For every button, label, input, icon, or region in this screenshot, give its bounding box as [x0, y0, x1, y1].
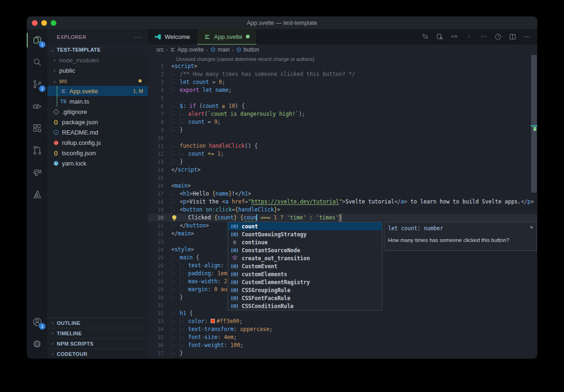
panel-header-codetour[interactable]: ›CODETOUR: [47, 348, 148, 359]
code-token: href: [232, 198, 245, 206]
compare-changes-button[interactable]: [419, 31, 431, 43]
code-line-6[interactable]: 6$: if (count ≥ 10) {: [148, 102, 537, 110]
activity-item-run-debug[interactable]: [27, 95, 47, 117]
code-line-20[interactable]: 20Clicked {count} {coun === 1 ? 'time' :…: [148, 214, 537, 222]
editor-scrollbar[interactable]: [531, 55, 537, 359]
activity-item-source-control[interactable]: 1: [27, 73, 47, 95]
code-line-19[interactable]: 19<button on:click={handleClick}>: [148, 206, 537, 214]
code-line-15[interactable]: 15: [148, 174, 537, 182]
code-line-2[interactable]: 2/** How many times has someone clicked …: [148, 70, 537, 78]
code-line-33[interactable]: 33color: #ff3e00;: [148, 317, 537, 325]
code-line-12[interactable]: 12count += 1;: [148, 150, 537, 158]
suggestion-item-customevent[interactable]: [@]CustomEvent: [228, 262, 382, 270]
breadcrumb-item-app-svelte[interactable]: App.svelte: [170, 46, 204, 53]
code-line-7[interactable]: 7alert(`count is dangerously high!`);: [148, 110, 537, 118]
breadcrumb-item-main[interactable]: main: [210, 46, 230, 53]
code-line-1[interactable]: 1<script>: [148, 62, 537, 70]
next-change-button[interactable]: [478, 31, 489, 43]
code-line-34[interactable]: 34text-transform: uppercase;: [148, 325, 537, 333]
code-token: </: [235, 190, 242, 198]
suggestion-item-cssgroupingrule[interactable]: [@]CSSGroupingRule: [228, 286, 382, 294]
code-line-4[interactable]: 4export let name;: [148, 86, 537, 94]
activity-item-live-share[interactable]: [27, 161, 47, 183]
line-number: 19: [148, 206, 168, 214]
code-token: https://svelte.dev/tutorial: [251, 198, 339, 206]
code-line-3[interactable]: 3let count = 0;: [148, 78, 537, 86]
tree-item-readme-md[interactable]: README.md: [47, 127, 148, 137]
suggestion-item-constantsourcenode[interactable]: [@]ConstantSourceNode: [228, 246, 382, 254]
tree-item-node-modules[interactable]: ›node_modules: [47, 55, 148, 65]
close-icon[interactable]: ✕: [530, 224, 533, 230]
split-editor-button[interactable]: [507, 31, 518, 43]
activity-item-search[interactable]: [27, 51, 47, 73]
code-line-17[interactable]: 17<h1>Hello {name}!</h1>: [148, 190, 537, 198]
heatmap-timer-button[interactable]: [492, 31, 503, 43]
suggestion-item-create_out_transition[interactable]: create_out_transition: [228, 254, 382, 262]
explorer-more-actions-button[interactable]: ···: [135, 33, 142, 40]
code-line-5[interactable]: 5: [148, 94, 537, 102]
code-line-16[interactable]: 16<main>: [148, 182, 537, 190]
tree-item-public[interactable]: ›public: [47, 65, 148, 75]
suggestion-item-customelements[interactable]: [@]customElements: [228, 270, 382, 278]
panel-header-outline[interactable]: ›OUTLINE: [47, 317, 148, 328]
code-line-11[interactable]: 11function handleClick() {: [148, 142, 537, 150]
code-line-36[interactable]: 36font-weight: 100;: [148, 341, 537, 349]
code-line-13[interactable]: 13}: [148, 158, 537, 166]
tab-app-svelte[interactable]: App.svelte: [197, 29, 257, 45]
activity-item-pull-requests[interactable]: [27, 139, 47, 161]
scrollbar-thumb[interactable]: [531, 55, 537, 193]
git-file-icon: [52, 109, 60, 115]
lightbulb-icon[interactable]: [171, 214, 180, 222]
activity-item-azure[interactable]: [27, 183, 47, 205]
code-token: ≥: [222, 102, 225, 110]
code-token: count: [188, 118, 205, 126]
code-line-35[interactable]: 35font-size: 4em;: [148, 333, 537, 341]
suggestion-item-customelementregistry[interactable]: [@]CustomElementRegistry: [228, 278, 382, 286]
tree-item-src[interactable]: ⌄src: [47, 75, 148, 86]
suggestion-item-count[interactable]: [@]count: [228, 222, 382, 230]
code-line-18[interactable]: 18<p>Visit the <a href="https://svelte.d…: [148, 198, 537, 206]
activity-item-extensions[interactable]: [27, 117, 47, 139]
code-line-8[interactable]: 8count = 9;: [148, 118, 537, 126]
tree-item-app-svelte[interactable]: App.svelte1, M: [47, 86, 148, 96]
tree-item-main-ts[interactable]: TSmain.ts: [47, 96, 148, 106]
title-bar[interactable]: App.svelte — test-template: [27, 16, 537, 29]
activity-item-account[interactable]: 1: [27, 311, 47, 333]
previous-change-button[interactable]: [449, 31, 460, 43]
code-token: }: [180, 158, 183, 166]
tree-item-package-json[interactable]: {}package.json: [47, 117, 148, 127]
suggestion-item-cssfontfacerule[interactable]: [@]CSSFontFaceRule: [228, 294, 382, 302]
color-swatch[interactable]: [211, 319, 215, 323]
activity-item-settings[interactable]: ⚙: [27, 333, 47, 355]
code-line-10[interactable]: 10: [148, 134, 537, 142]
tab-welcome[interactable]: Welcome: [148, 29, 197, 45]
code-token: Svelte tutorial: [345, 198, 394, 206]
code-line-9[interactable]: 9}: [148, 126, 537, 134]
more-actions-button[interactable]: [521, 31, 533, 43]
tree-item-tsconfig-json[interactable]: {}tsconfig.json: [47, 148, 148, 158]
suggestion-item-countqueuingstrategy[interactable]: [@]CountQueuingStrategy: [228, 230, 382, 238]
code-editor[interactable]: Unsaved changes (cannot determine recent…: [148, 55, 537, 359]
current-position-button[interactable]: [463, 31, 474, 43]
panel-header-npm-scripts[interactable]: ›NPM SCRIPTS: [47, 338, 148, 348]
tree-item-rollup-config-js[interactable]: rollup.config.js: [47, 137, 148, 148]
panel-header-timeline[interactable]: ›TIMELINE: [47, 328, 148, 338]
tree-item--gitignore[interactable]: .gitignore: [47, 106, 148, 117]
code-line-14[interactable]: 14</script>: [148, 166, 537, 174]
suggestion-item-cssconditionrule[interactable]: [@]CSSConditionRule: [228, 302, 382, 310]
tree-item-yarn-lock[interactable]: yarn.lock: [47, 158, 148, 168]
code-line-32[interactable]: 32h1 {: [148, 309, 537, 317]
line-number: 12: [148, 150, 168, 158]
breadcrumb-item-src[interactable]: src: [156, 46, 164, 53]
suggestion-item-continue[interactable]: ≡continue: [228, 238, 382, 246]
open-changes-button[interactable]: [434, 31, 445, 43]
project-section-header[interactable]: ⌄ TEST-TEMPLATE: [47, 45, 148, 55]
code-line-37[interactable]: 37}: [148, 349, 537, 357]
indent-guide: [57, 86, 57, 96]
activity-item-explorer[interactable]: 1: [27, 29, 47, 51]
code-token: }: [274, 206, 277, 214]
code-token: ;: [239, 317, 243, 325]
breadcrumb-item-button[interactable]: button: [236, 46, 259, 53]
indent-tab-marker: [171, 190, 180, 198]
code-token: handleClick: [209, 142, 244, 150]
